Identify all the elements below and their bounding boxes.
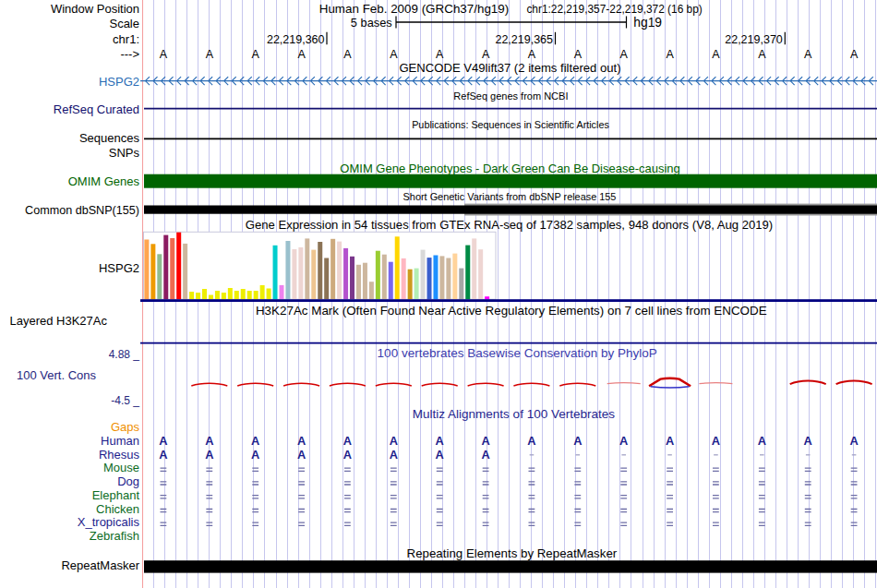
svg-text:100 Vert. Cons: 100 Vert. Cons: [17, 368, 96, 382]
svg-text:Zebrafish: Zebrafish: [90, 529, 139, 543]
svg-text:A: A: [849, 434, 858, 448]
svg-text:A: A: [436, 448, 444, 462]
svg-text:22,219,370: 22,219,370: [725, 33, 783, 46]
svg-text:A: A: [758, 434, 766, 448]
svg-text:A: A: [804, 48, 812, 61]
svg-text:A: A: [436, 48, 444, 61]
svg-text:A: A: [252, 48, 260, 61]
svg-text:hg19: hg19: [633, 16, 662, 30]
svg-text:Gene Expression in 54 tissues: Gene Expression in 54 tissues from GTEx …: [246, 218, 773, 232]
svg-text:A: A: [160, 48, 168, 61]
svg-text:A: A: [481, 448, 489, 462]
svg-text:A: A: [666, 48, 674, 61]
svg-text:A: A: [297, 434, 306, 448]
svg-text:A: A: [343, 48, 352, 61]
svg-text:Elephant: Elephant: [92, 488, 140, 502]
svg-text:A: A: [528, 48, 536, 61]
svg-text:--->: --->: [120, 47, 139, 61]
svg-text:A: A: [620, 48, 629, 61]
svg-text:Mouse: Mouse: [103, 461, 139, 474]
svg-text:A: A: [850, 48, 859, 61]
svg-text:Scale: Scale: [109, 17, 139, 30]
svg-text:A: A: [574, 48, 583, 61]
svg-text:A: A: [482, 48, 490, 61]
svg-text:RefSeq genes from NCBI: RefSeq genes from NCBI: [453, 90, 568, 102]
svg-text:Repeating Elements by RepeatMa: Repeating Elements by RepeatMasker: [407, 546, 618, 560]
svg-text:Chicken: Chicken: [96, 502, 139, 516]
svg-text:A: A: [573, 434, 582, 448]
svg-text:A: A: [205, 448, 213, 462]
svg-text:Layered H3K27Ac: Layered H3K27Ac: [9, 314, 107, 328]
svg-text:-4.5 _: -4.5 _: [111, 394, 139, 407]
svg-text:A: A: [343, 434, 352, 448]
svg-text:chr1:: chr1:: [113, 32, 139, 46]
svg-text:A: A: [297, 48, 306, 61]
svg-text:5 bases: 5 bases: [351, 16, 392, 30]
svg-text:chr1:22,219,357-22,219,372 (16: chr1:22,219,357-22,219,372 (16 bp): [526, 3, 702, 16]
svg-text:A: A: [390, 434, 398, 448]
svg-text:X_tropicalis: X_tropicalis: [78, 515, 140, 529]
svg-text:A: A: [390, 48, 398, 61]
svg-text:A: A: [619, 434, 628, 448]
svg-text:RepeatMasker: RepeatMasker: [61, 558, 139, 572]
svg-text:HSPG2: HSPG2: [99, 261, 139, 275]
svg-text:OMIM Gene Phenotypes - Dark Gr: OMIM Gene Phenotypes - Dark Green Can Be…: [340, 162, 680, 175]
svg-text:A: A: [481, 434, 489, 448]
svg-text:Human: Human: [101, 434, 139, 448]
svg-text:Human Feb. 2009 (GRCh37/hg19): Human Feb. 2009 (GRCh37/hg19): [319, 2, 509, 16]
svg-text:A: A: [251, 434, 259, 448]
svg-text:A: A: [251, 448, 259, 462]
svg-text:SNPs: SNPs: [109, 146, 140, 160]
svg-text:A: A: [758, 48, 766, 61]
svg-text:100 vertebrates Basewise Conse: 100 vertebrates Basewise Conservation by…: [378, 346, 657, 360]
svg-text:Gaps: Gaps: [111, 420, 140, 434]
svg-text:A: A: [205, 434, 213, 448]
svg-text:A: A: [390, 448, 398, 462]
svg-text:Window Position: Window Position: [51, 2, 139, 16]
svg-text:A: A: [804, 434, 812, 448]
svg-text:A: A: [297, 448, 306, 462]
svg-text:Short Genetic Variants from db: Short Genetic Variants from dbSNP releas…: [403, 191, 617, 202]
svg-text:A: A: [206, 48, 214, 61]
svg-text:A: A: [666, 434, 674, 448]
svg-text:GENCODE V49lift37 (2 items fil: GENCODE V49lift37 (2 items filtered out): [399, 61, 620, 75]
svg-text:HSPG2: HSPG2: [99, 75, 139, 89]
svg-text:Rhesus: Rhesus: [99, 448, 140, 462]
svg-text:Sequences: Sequences: [79, 131, 140, 145]
svg-text:OMIM Genes: OMIM Genes: [68, 174, 140, 188]
svg-text:4.88 _: 4.88 _: [109, 348, 140, 361]
svg-text:A: A: [159, 448, 167, 462]
svg-text:A: A: [712, 48, 720, 61]
svg-text:A: A: [527, 434, 535, 448]
svg-text:A: A: [436, 434, 444, 448]
svg-text:Common dbSNP(155): Common dbSNP(155): [25, 204, 139, 217]
svg-text:RefSeq Curated: RefSeq Curated: [54, 102, 139, 116]
svg-text:22,219,365: 22,219,365: [495, 33, 553, 46]
svg-text:A: A: [343, 448, 352, 462]
svg-text:A: A: [159, 434, 167, 448]
svg-text:A: A: [712, 434, 720, 448]
svg-text:22,219,360: 22,219,360: [267, 33, 325, 46]
svg-text:Multiz Alignments of 100 Verte: Multiz Alignments of 100 Vertebrates: [413, 407, 615, 421]
svg-text:Publications: Sequences in Sci: Publications: Sequences in Scientific Ar…: [412, 119, 609, 130]
svg-text:Dog: Dog: [117, 474, 139, 488]
svg-text:H3K27Ac Mark (Often Found Near: H3K27Ac Mark (Often Found Near Active Re…: [256, 304, 767, 318]
